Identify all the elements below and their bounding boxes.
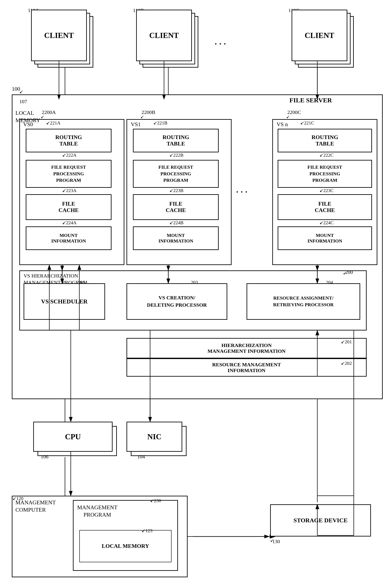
local-memory-inner-box: LOCAL MEMORY xyxy=(79,530,172,562)
ref-222C: ↙222C xyxy=(319,152,334,158)
file-server-label: FILE SERVER xyxy=(290,97,332,104)
ref-224A: ↙224A xyxy=(62,220,77,226)
file-cache-A: FILECACHE xyxy=(26,194,111,220)
client-box-110B: CLIENT xyxy=(136,10,192,61)
vs0-ref-221A: ↙221A xyxy=(46,120,60,126)
vsn-label: VS n xyxy=(277,121,288,128)
mount-info-C: MOUNTINFORMATION xyxy=(278,226,372,250)
squiggle-2200A: ↙ xyxy=(41,114,44,119)
squiggle-130: ↙ xyxy=(270,538,274,543)
ref-106: 106 xyxy=(41,454,49,460)
ref-203: 203 xyxy=(191,280,198,285)
vs-scheduler-box: VS SCHEDULER xyxy=(24,283,105,320)
vsn-ref-221C: ↙221C xyxy=(300,120,314,126)
routing-table-C: ROUTINGTABLE xyxy=(278,129,372,152)
ref-123: ↙123 xyxy=(142,528,152,533)
clients-ellipsis: ... xyxy=(214,34,228,47)
ref-204: 204 xyxy=(326,280,333,285)
file-request-C: FILE REQUESTPROCESSINGPROGRAM xyxy=(278,160,372,188)
ref-223A: ↙223A xyxy=(62,188,77,193)
vs0-label: VS0 xyxy=(23,121,33,128)
ref-223C: ↙223C xyxy=(319,188,334,193)
hier-mgmt-info-box: HIERARCHIZATIONMANAGEMENT INFORMATION xyxy=(127,338,367,358)
nic-box: NIC xyxy=(127,422,182,452)
vs-ellipsis: ... xyxy=(236,182,249,195)
routing-table-B: ROUTINGTABLE xyxy=(133,129,219,152)
file-cache-B: FILECACHE xyxy=(133,194,219,220)
resource-mgmt-info-box: RESOURCE MANAGEMENTINFORMATION xyxy=(127,358,367,377)
ref-120: ↙120 xyxy=(12,496,23,501)
ref-202: ↙202 xyxy=(341,360,352,366)
diagram: 110A ↙ CLIENT 110B ↙ CLIENT ... 110C ↙ C… xyxy=(0,0,390,588)
squiggle-200: ↙ xyxy=(343,270,347,276)
ref-222B: ↙222B xyxy=(169,152,184,158)
mount-info-B: MOUNTINFORMATION xyxy=(133,226,219,250)
ref-222A: ↙222A xyxy=(62,152,77,158)
file-cache-C: FILECACHE xyxy=(278,194,372,220)
client-box-110A: CLIENT xyxy=(31,10,87,61)
ref-205: 205 xyxy=(78,280,85,285)
vs-creation-box: VS CREATION/DELETING PROCESSOR xyxy=(127,283,227,320)
squiggle-2200B: ↙ xyxy=(141,114,144,119)
resource-assign-box: RESOURCE ASSIGNMENT/RETRIEVING PROCESSOR xyxy=(246,283,360,320)
squiggle-2200C: ↙ xyxy=(286,114,290,119)
file-request-B: FILE REQUESTPROCESSINGPROGRAM xyxy=(133,160,219,188)
management-program-label: MANAGEMENTPROGRAM xyxy=(77,504,117,519)
file-request-A: FILE REQUESTPROCESSINGPROGRAM xyxy=(26,160,111,188)
ref-224C: ↙224C xyxy=(319,220,334,226)
vs1-ref-221B: ↙221B xyxy=(153,120,167,126)
client-box-110C: CLIENT xyxy=(292,10,347,61)
ref-224B: ↙224B xyxy=(169,220,184,226)
ref-223B: ↙223B xyxy=(169,188,184,193)
routing-table-A: ROUTINGTABLE xyxy=(26,129,111,152)
ref-230: ↙230 xyxy=(150,498,161,503)
ref-100: 100 xyxy=(12,86,20,92)
vs1-label: VS1 xyxy=(131,121,141,128)
storage-device-box: STORAGE DEVICE xyxy=(270,504,371,536)
ref-104: 104 xyxy=(137,454,145,460)
mount-info-A: MOUNTINFORMATION xyxy=(26,226,111,250)
ref-107: 107 xyxy=(19,99,27,105)
cpu-box: CPU xyxy=(33,422,113,452)
ref-201: ↙201 xyxy=(341,339,352,345)
squiggle-100: ↙ xyxy=(19,89,23,95)
